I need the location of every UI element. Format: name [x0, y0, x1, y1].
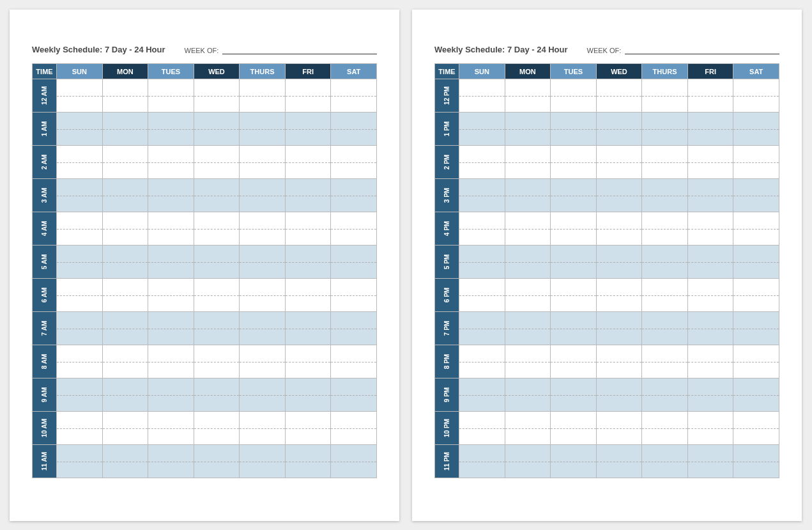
schedule-cell[interactable] — [551, 279, 597, 312]
schedule-cell[interactable] — [733, 79, 779, 113]
schedule-cell[interactable] — [733, 113, 779, 146]
schedule-cell[interactable] — [57, 212, 103, 246]
schedule-cell[interactable] — [331, 445, 377, 478]
schedule-cell[interactable] — [57, 312, 103, 345]
schedule-cell[interactable] — [687, 113, 733, 146]
schedule-cell[interactable] — [148, 378, 194, 412]
schedule-cell[interactable] — [459, 279, 505, 312]
schedule-cell[interactable] — [331, 345, 377, 378]
schedule-cell[interactable] — [57, 378, 103, 412]
schedule-cell[interactable] — [551, 246, 597, 279]
schedule-cell[interactable] — [596, 246, 642, 279]
schedule-cell[interactable] — [331, 179, 377, 212]
schedule-cell[interactable] — [733, 146, 779, 179]
schedule-cell[interactable] — [687, 412, 733, 445]
schedule-cell[interactable] — [551, 79, 597, 113]
schedule-cell[interactable] — [505, 445, 551, 478]
schedule-cell[interactable] — [596, 345, 642, 378]
schedule-cell[interactable] — [285, 279, 331, 312]
schedule-cell[interactable] — [331, 212, 377, 246]
schedule-cell[interactable] — [57, 146, 103, 179]
schedule-cell[interactable] — [331, 312, 377, 345]
schedule-cell[interactable] — [687, 445, 733, 478]
schedule-cell[interactable] — [240, 79, 286, 113]
schedule-cell[interactable] — [459, 312, 505, 345]
schedule-cell[interactable] — [194, 79, 240, 113]
schedule-cell[interactable] — [148, 445, 194, 478]
schedule-cell[interactable] — [687, 179, 733, 212]
schedule-cell[interactable] — [194, 246, 240, 279]
schedule-cell[interactable] — [331, 279, 377, 312]
schedule-cell[interactable] — [240, 312, 286, 345]
schedule-cell[interactable] — [240, 179, 286, 212]
schedule-cell[interactable] — [285, 412, 331, 445]
schedule-cell[interactable] — [285, 445, 331, 478]
schedule-cell[interactable] — [687, 279, 733, 312]
schedule-cell[interactable] — [57, 279, 103, 312]
schedule-cell[interactable] — [505, 345, 551, 378]
schedule-cell[interactable] — [505, 79, 551, 113]
schedule-cell[interactable] — [194, 345, 240, 378]
schedule-cell[interactable] — [285, 113, 331, 146]
schedule-cell[interactable] — [551, 146, 597, 179]
schedule-cell[interactable] — [551, 445, 597, 478]
schedule-cell[interactable] — [240, 279, 286, 312]
schedule-cell[interactable] — [194, 378, 240, 412]
schedule-cell[interactable] — [148, 312, 194, 345]
schedule-cell[interactable] — [505, 378, 551, 412]
schedule-cell[interactable] — [148, 79, 194, 113]
schedule-cell[interactable] — [642, 113, 688, 146]
schedule-cell[interactable] — [240, 113, 286, 146]
schedule-cell[interactable] — [505, 146, 551, 179]
schedule-cell[interactable] — [459, 246, 505, 279]
schedule-cell[interactable] — [148, 179, 194, 212]
schedule-cell[interactable] — [102, 212, 148, 246]
schedule-cell[interactable] — [505, 412, 551, 445]
schedule-cell[interactable] — [687, 212, 733, 246]
weekof-field[interactable]: WEEK OF: — [185, 47, 377, 54]
schedule-cell[interactable] — [194, 212, 240, 246]
schedule-cell[interactable] — [240, 212, 286, 246]
schedule-cell[interactable] — [459, 79, 505, 113]
schedule-cell[interactable] — [687, 246, 733, 279]
schedule-cell[interactable] — [642, 412, 688, 445]
schedule-cell[interactable] — [687, 312, 733, 345]
schedule-cell[interactable] — [596, 146, 642, 179]
schedule-cell[interactable] — [733, 445, 779, 478]
schedule-cell[interactable] — [733, 246, 779, 279]
schedule-cell[interactable] — [551, 212, 597, 246]
schedule-cell[interactable] — [102, 113, 148, 146]
schedule-cell[interactable] — [733, 345, 779, 378]
schedule-cell[interactable] — [240, 412, 286, 445]
schedule-cell[interactable] — [57, 412, 103, 445]
schedule-cell[interactable] — [687, 378, 733, 412]
schedule-cell[interactable] — [596, 378, 642, 412]
schedule-cell[interactable] — [596, 445, 642, 478]
schedule-cell[interactable] — [459, 345, 505, 378]
schedule-cell[interactable] — [57, 179, 103, 212]
schedule-cell[interactable] — [240, 246, 286, 279]
schedule-cell[interactable] — [642, 345, 688, 378]
schedule-cell[interactable] — [642, 212, 688, 246]
schedule-cell[interactable] — [102, 146, 148, 179]
schedule-cell[interactable] — [596, 179, 642, 212]
schedule-cell[interactable] — [596, 312, 642, 345]
schedule-cell[interactable] — [642, 445, 688, 478]
schedule-cell[interactable] — [102, 412, 148, 445]
schedule-cell[interactable] — [596, 412, 642, 445]
schedule-cell[interactable] — [551, 412, 597, 445]
schedule-cell[interactable] — [505, 113, 551, 146]
schedule-cell[interactable] — [596, 212, 642, 246]
schedule-cell[interactable] — [596, 279, 642, 312]
schedule-cell[interactable] — [102, 179, 148, 212]
schedule-cell[interactable] — [57, 445, 103, 478]
schedule-cell[interactable] — [596, 113, 642, 146]
schedule-cell[interactable] — [285, 312, 331, 345]
schedule-cell[interactable] — [459, 146, 505, 179]
schedule-cell[interactable] — [102, 79, 148, 113]
schedule-cell[interactable] — [194, 279, 240, 312]
schedule-cell[interactable] — [194, 146, 240, 179]
schedule-cell[interactable] — [285, 79, 331, 113]
schedule-cell[interactable] — [505, 212, 551, 246]
schedule-cell[interactable] — [285, 378, 331, 412]
